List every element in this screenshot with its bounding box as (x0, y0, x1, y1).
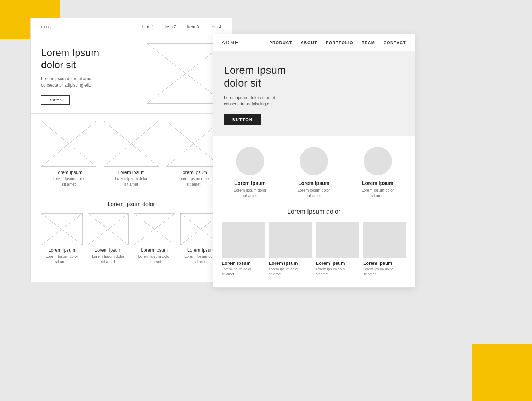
wireframe-section-2-heading: Lorem Ipsum dolor (41, 201, 221, 208)
mockup-feature-1: Lorem Ipsum Lorem Ipsum dolorsit amet (222, 147, 278, 199)
yellow-decoration-bottom-right (472, 344, 532, 401)
mockup-gallery: Lorem Ipsum dolor Lorem Ipsum Lorem Ipsu… (213, 202, 415, 277)
wireframe-grid4-card-4-body: Lorem Ipsum dolorsit amet (184, 254, 217, 265)
wireframe-card-1-title: Lorem Ipsum (55, 170, 82, 175)
mockup-gallery-img-1 (222, 222, 265, 258)
wireframe-grid4-card-3-body: Lorem Ipsum dolorsit amet (138, 254, 171, 265)
wireframe-grid4-card-4-title: Lorem Ipsum (187, 247, 214, 253)
mockup-feature-2-icon (300, 147, 328, 175)
mockup-gallery-item-2: Lorem Ipsum Lorem Ipsum dolorsit amet (269, 222, 312, 277)
mockup-feature-2-body: Lorem Ipsum dolorsit amet (298, 188, 330, 199)
mockup-nav-team[interactable]: TEAM (362, 40, 375, 45)
mockup-gallery-body-1: Lorem Ipsum dolorsit amet (222, 267, 265, 277)
wireframe-grid4-card-1-title: Lorem Ipsum (48, 247, 75, 253)
mockup-gallery-body-3: Lorem Ipsum dolorsit amet (316, 267, 359, 277)
mockup-feature-3-body: Lorem Ipsum dolorsit amet (361, 188, 394, 199)
wireframe-card-3-body: Lorem Ipsum dolorsit amet (177, 176, 210, 187)
mockup-hero-body: Lorem ipsum dolor sit amet,consectetur a… (224, 94, 404, 107)
wireframe-nav-item-4[interactable]: Item 4 (210, 24, 221, 29)
mockup-gallery-img-3 (316, 222, 359, 258)
wireframe-card-2-title: Lorem Ipsum (118, 170, 145, 175)
mockup-feature-1-icon (236, 147, 264, 175)
mockup-features: Lorem Ipsum Lorem Ipsum dolorsit amet Lo… (213, 136, 415, 199)
mockup-nav-portfolio[interactable]: PORTFOLIO (326, 40, 354, 45)
mockup-gallery-item-1: Lorem Ipsum Lorem Ipsum dolorsit amet (222, 222, 265, 277)
wireframe-hero: Lorem Ipsum dolor sit Lorem ipsum dolor … (31, 36, 232, 114)
mockup-nav-product[interactable]: PRODUCT (269, 40, 292, 45)
wireframe-card-2-body: Lorem Ipsum dolorsit amet (115, 176, 148, 187)
wireframe-section-1: Lorem Ipsum Lorem Ipsum dolorsit amet Lo… (31, 114, 232, 187)
mockup-feature-1-title: Lorem Ipsum (234, 180, 266, 186)
wireframe-grid-4: Lorem Ipsum Lorem Ipsum dolorsit amet Lo… (41, 213, 221, 264)
wireframe-nav-item-3[interactable]: Item 3 (187, 24, 199, 29)
wireframe-card-1: Lorem Ipsum Lorem Ipsum dolorsit amet (41, 121, 96, 187)
wireframe-grid4-card-1-body: Lorem Ipsum dolorsit amet (45, 254, 78, 265)
wireframe-grid4-card-3-title: Lorem Ipsum (141, 247, 168, 253)
wireframe-card-1-body: Lorem Ipsum dolorsit amet (52, 176, 85, 187)
mockup-gallery-title-1: Lorem Ipsum (222, 260, 265, 266)
wireframe-grid-3: Lorem Ipsum Lorem Ipsum dolorsit amet Lo… (41, 121, 221, 187)
wireframe-section-2: Lorem Ipsum dolor Lorem Ipsum Lorem Ipsu… (31, 194, 232, 264)
wireframe-grid4-card-1: Lorem Ipsum Lorem Ipsum dolorsit amet (41, 213, 83, 264)
mockup-gallery-img-4 (363, 222, 406, 258)
mockup-gallery-img-2 (269, 222, 312, 258)
wireframe-grid4-card-2-title: Lorem Ipsum (95, 247, 122, 253)
wireframe-grid4-card-1-image (41, 213, 83, 245)
mockup-feature-2-title: Lorem Ipsum (298, 180, 329, 186)
mockup-gallery-body-4: Lorem Ipsum dolorsit amet (363, 267, 406, 277)
mockup-gallery-title-3: Lorem Ipsum (316, 260, 359, 266)
mockup-hero-button[interactable]: BUTTON (224, 114, 261, 125)
mockup-gallery-item-4: Lorem Ipsum Lorem Ipsum dolorsit amet (363, 222, 406, 277)
mockup-feature-3-icon (364, 147, 392, 175)
wireframe-card-2: Lorem Ipsum Lorem Ipsum dolorsit amet (104, 121, 159, 187)
mockup-feature-3: Lorem Ipsum Lorem Ipsum dolorsit amet (349, 147, 406, 199)
mockup-gallery-grid: Lorem Ipsum Lorem Ipsum dolorsit amet Lo… (222, 222, 406, 277)
wireframe-nav-item-1[interactable]: Item 1 (142, 24, 154, 29)
mockup-features-grid: Lorem Ipsum Lorem Ipsum dolorsit amet Lo… (222, 147, 406, 199)
wireframe-card: LOGO Item 1 Item 2 Item 3 Item 4 Lorem I… (30, 18, 232, 282)
mockup-hero: Lorem Ipsum dolor sit Lorem ipsum dolor … (213, 51, 415, 136)
mockup-logo: ACME (222, 40, 239, 45)
mockup-feature-3-title: Lorem Ipsum (362, 180, 393, 186)
mockup-nav: ACME PRODUCT ABOUT PORTFOLIO TEAM CONTAC… (213, 34, 415, 51)
mockup-feature-2: Lorem Ipsum Lorem Ipsum dolorsit amet (286, 147, 342, 199)
wireframe-card-1-image (41, 121, 96, 167)
mockup-feature-1-body: Lorem Ipsum dolorsit amet (234, 188, 266, 199)
mockup-nav-contact[interactable]: CONTACT (384, 40, 406, 45)
wireframe-grid4-card-2: Lorem Ipsum Lorem Ipsum dolorsit amet (88, 213, 129, 264)
wireframe-card-2-image (104, 121, 159, 167)
wireframe-grid4-card-2-image (88, 213, 129, 245)
mockup-nav-about[interactable]: ABOUT (301, 40, 317, 45)
mockup-card: ACME PRODUCT ABOUT PORTFOLIO TEAM CONTAC… (213, 34, 415, 288)
mockup-gallery-item-3: Lorem Ipsum Lorem Ipsum dolorsit amet (316, 222, 359, 277)
wireframe-hero-button[interactable]: Button (41, 95, 70, 105)
mockup-gallery-body-2: Lorem Ipsum dolorsit amet (269, 267, 312, 277)
wireframe-card-3-title: Lorem Ipsum (180, 170, 207, 175)
mockup-gallery-title-2: Lorem Ipsum (269, 260, 312, 266)
wireframe-grid4-card-3: Lorem Ipsum Lorem Ipsum dolorsit amet (134, 213, 175, 264)
mockup-hero-title: Lorem Ipsum dolor sit (224, 64, 404, 89)
wireframe-logo: LOGO (41, 25, 55, 29)
mockup-gallery-heading: Lorem Ipsum dolor (222, 208, 406, 215)
wireframe-grid4-card-3-image (134, 213, 175, 245)
wireframe-nav-item-2[interactable]: Item 2 (165, 24, 176, 29)
mockup-gallery-title-4: Lorem Ipsum (363, 260, 406, 266)
wireframe-grid4-card-2-body: Lorem Ipsum dolorsit amet (92, 254, 124, 265)
wireframe-nav: LOGO Item 1 Item 2 Item 3 Item 4 (31, 18, 232, 36)
